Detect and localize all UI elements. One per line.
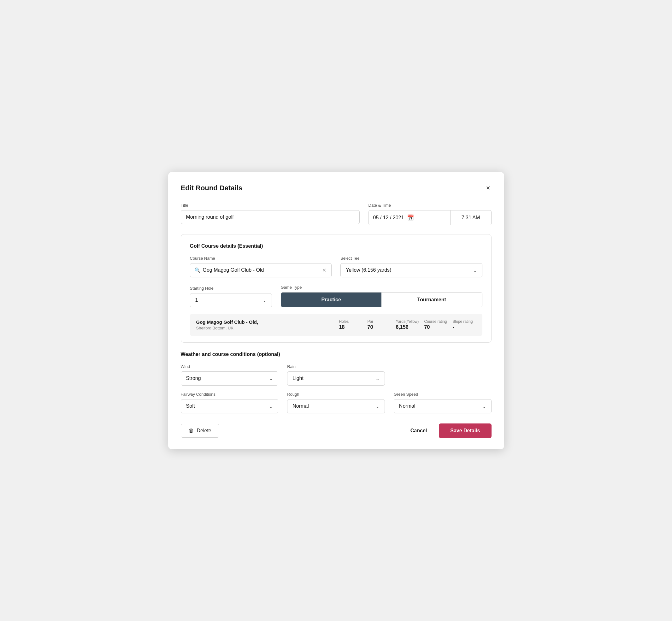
chevron-down-icon: ⌄ xyxy=(482,403,486,409)
game-type-label: Game Type xyxy=(281,285,482,290)
chevron-down-icon: ⌄ xyxy=(473,267,477,273)
par-value: 70 xyxy=(368,324,373,330)
wind-field-group: Wind Strong ⌄ xyxy=(181,364,279,385)
search-icon: 🔍 xyxy=(194,267,201,273)
fairway-value: Soft xyxy=(186,403,195,409)
slope-rating-value: - xyxy=(453,324,454,330)
green-speed-value: Normal xyxy=(399,403,416,409)
starting-hole-field-group: Starting Hole 1 ⌄ xyxy=(190,286,272,307)
golf-course-title: Golf Course details (Essential) xyxy=(190,243,482,249)
course-rating-stat: Course rating 70 xyxy=(419,319,448,330)
course-name-input-wrap: 🔍 Gog Magog Golf Club - Old ✕ xyxy=(190,263,332,277)
top-row: Title Date & Time 05 / 12 / 2021 📅 7:31 … xyxy=(181,203,492,225)
holes-stat: Holes 18 xyxy=(334,319,363,330)
title-field-group: Title xyxy=(181,203,360,225)
date-field[interactable]: 05 / 12 / 2021 📅 xyxy=(369,210,451,225)
title-input[interactable] xyxy=(181,210,360,224)
course-name-display: Gog Magog Golf Club - Old, xyxy=(196,319,334,325)
select-tee-field-group: Select Tee Yellow (6,156 yards) ⌄ xyxy=(340,256,482,277)
datetime-fields: 05 / 12 / 2021 📅 7:31 AM xyxy=(369,210,492,225)
wind-label: Wind xyxy=(181,364,279,369)
holes-value: 18 xyxy=(339,324,345,330)
course-name-input[interactable]: Gog Magog Golf Club - Old ✕ xyxy=(190,263,332,277)
course-info-name: Gog Magog Golf Club - Old, Shelford Bott… xyxy=(196,319,334,330)
close-button[interactable]: × xyxy=(485,183,492,193)
course-name-value: Gog Magog Golf Club - Old xyxy=(203,267,264,273)
golf-course-section: Golf Course details (Essential) Course N… xyxy=(181,234,492,343)
rain-field-group: Rain Light ⌄ xyxy=(287,364,385,385)
yards-value: 6,156 xyxy=(396,324,409,330)
starting-hole-label: Starting Hole xyxy=(190,286,272,291)
delete-button[interactable]: 🗑 Delete xyxy=(181,424,219,438)
weather-section: Weather and course conditions (optional)… xyxy=(181,351,492,413)
game-type-field-group: Game Type Practice Tournament xyxy=(281,285,482,307)
game-type-toggle: Practice Tournament xyxy=(281,292,482,307)
datetime-label: Date & Time xyxy=(369,203,492,208)
save-button[interactable]: Save Details xyxy=(439,423,491,438)
fairway-field-group: Fairway Conditions Soft ⌄ xyxy=(181,392,279,413)
edit-round-modal: Edit Round Details × Title Date & Time 0… xyxy=(168,172,504,449)
yards-label: Yards(Yellow) xyxy=(396,319,419,324)
tournament-button[interactable]: Tournament xyxy=(381,292,482,307)
chevron-down-icon: ⌄ xyxy=(269,375,273,381)
rough-dropdown[interactable]: Normal ⌄ xyxy=(287,399,385,413)
course-location: Shelford Bottom, UK xyxy=(196,326,334,330)
select-tee-label: Select Tee xyxy=(340,256,482,261)
datetime-field-group: Date & Time 05 / 12 / 2021 📅 7:31 AM xyxy=(369,203,492,225)
rough-value: Normal xyxy=(292,403,309,409)
select-tee-dropdown[interactable]: Yellow (6,156 yards) ⌄ xyxy=(340,263,482,277)
starting-hole-dropdown[interactable]: 1 ⌄ xyxy=(190,293,272,307)
date-value: 05 / 12 / 2021 xyxy=(373,215,404,220)
chevron-down-icon: ⌄ xyxy=(375,403,380,409)
rain-value: Light xyxy=(292,375,303,381)
chevron-down-icon: ⌄ xyxy=(375,375,380,381)
select-tee-value: Yellow (6,156 yards) xyxy=(346,267,391,273)
weather-spacer xyxy=(394,364,492,385)
weather-section-title: Weather and course conditions (optional) xyxy=(181,351,492,357)
practice-button[interactable]: Practice xyxy=(281,292,382,307)
clear-icon[interactable]: ✕ xyxy=(322,267,326,273)
course-stats: Holes 18 Par 70 Yards(Yellow) 6,156 Cour… xyxy=(334,319,476,330)
time-value: 7:31 AM xyxy=(462,215,480,220)
par-stat: Par 70 xyxy=(363,319,391,330)
slope-rating-stat: Slope rating - xyxy=(448,319,476,330)
course-info-bar: Gog Magog Golf Club - Old, Shelford Bott… xyxy=(190,314,482,336)
chevron-down-icon: ⌄ xyxy=(262,297,266,303)
fairway-label: Fairway Conditions xyxy=(181,392,279,397)
cancel-button[interactable]: Cancel xyxy=(407,424,430,437)
course-rating-label: Course rating xyxy=(424,319,447,324)
course-name-label: Course Name xyxy=(190,256,332,261)
holes-label: Holes xyxy=(339,319,349,324)
course-rating-value: 70 xyxy=(424,324,430,330)
footer-right: Cancel Save Details xyxy=(407,423,492,438)
par-label: Par xyxy=(368,319,374,324)
yards-stat: Yards(Yellow) 6,156 xyxy=(391,319,419,330)
green-speed-label: Green Speed xyxy=(394,392,492,397)
time-field[interactable]: 7:31 AM xyxy=(451,210,492,225)
chevron-down-icon: ⌄ xyxy=(269,403,273,409)
hole-gametype-row: Starting Hole 1 ⌄ Game Type Practice Tou… xyxy=(190,285,482,307)
fairway-rough-greenspeed-row: Fairway Conditions Soft ⌄ Rough Normal ⌄… xyxy=(181,392,492,413)
green-speed-dropdown[interactable]: Normal ⌄ xyxy=(394,399,492,413)
slope-rating-label: Slope rating xyxy=(453,319,473,324)
wind-value: Strong xyxy=(186,375,201,381)
modal-title: Edit Round Details xyxy=(181,184,243,192)
title-label: Title xyxy=(181,203,360,208)
wind-rain-row: Wind Strong ⌄ Rain Light ⌄ xyxy=(181,364,492,385)
starting-hole-value: 1 xyxy=(195,297,198,303)
footer-row: 🗑 Delete Cancel Save Details xyxy=(181,423,492,438)
rough-label: Rough xyxy=(287,392,385,397)
delete-label: Delete xyxy=(197,428,211,433)
wind-dropdown[interactable]: Strong ⌄ xyxy=(181,371,279,385)
modal-header: Edit Round Details × xyxy=(181,183,492,193)
course-name-tee-row: Course Name 🔍 Gog Magog Golf Club - Old … xyxy=(190,256,482,277)
rain-label: Rain xyxy=(287,364,385,369)
rain-dropdown[interactable]: Light ⌄ xyxy=(287,371,385,385)
rough-field-group: Rough Normal ⌄ xyxy=(287,392,385,413)
green-speed-field-group: Green Speed Normal ⌄ xyxy=(394,392,492,413)
calendar-icon: 📅 xyxy=(407,214,414,221)
course-name-field-group: Course Name 🔍 Gog Magog Golf Club - Old … xyxy=(190,256,332,277)
trash-icon: 🗑 xyxy=(189,428,194,433)
fairway-dropdown[interactable]: Soft ⌄ xyxy=(181,399,279,413)
